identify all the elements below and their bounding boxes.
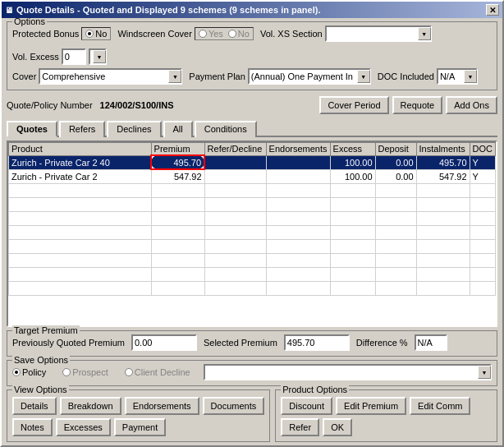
yes-label: Yes: [208, 29, 223, 39]
save-options-select[interactable]: [204, 364, 492, 380]
target-row: Previously Quoted Premium Selected Premi…: [12, 334, 492, 351]
radio-yes-ind: [199, 30, 207, 38]
close-button[interactable]: ✕: [486, 4, 499, 16]
protected-bonus-label: Protected Bonus: [12, 29, 79, 39]
excesses-button[interactable]: Excesses: [56, 418, 111, 436]
col-excess[interactable]: Excess: [330, 143, 375, 156]
save-prospect-radio[interactable]: Prospect: [62, 367, 108, 377]
vol-xs-select[interactable]: [325, 25, 432, 42]
cell-excess: 100.00: [330, 169, 375, 183]
table-row[interactable]: Zurich - Private Car 2 547.92 100.00 0.0…: [9, 169, 496, 183]
selected-premium-input[interactable]: [284, 334, 350, 351]
radio-client-decline: [125, 368, 133, 376]
main-window: 🖥 Quote Details - Quoted and Displayed 9…: [0, 0, 504, 447]
discount-button[interactable]: Discount: [281, 397, 332, 415]
protected-bonus-radio[interactable]: No: [81, 27, 111, 40]
product-buttons-row1: Discount Edit Premium Edit Comm: [281, 397, 492, 415]
title-bar: 🖥 Quote Details - Quoted and Displayed 9…: [2, 2, 502, 18]
cell-endorse: [266, 169, 330, 183]
ok-button[interactable]: OK: [323, 418, 352, 436]
cell-excess: 100.00: [330, 155, 375, 169]
doc-field: DOC Included N/A ▼: [378, 68, 478, 85]
options-row-1: Protected Bonus No Windscreen Cover: [12, 25, 492, 65]
target-premium-section: Target Premium Previously Quoted Premium…: [7, 330, 497, 357]
selected-premium-label: Selected Premium: [204, 338, 277, 348]
protected-bonus-field: Protected Bonus No: [12, 27, 111, 40]
difference-input[interactable]: [415, 334, 447, 351]
requote-button[interactable]: Requote: [392, 96, 443, 114]
vol-excess-input[interactable]: [62, 48, 86, 65]
tab-all[interactable]: All: [163, 121, 193, 137]
options-group: Options Protected Bonus No Windscreen Co…: [7, 21, 497, 90]
tab-declines[interactable]: Declines: [107, 121, 161, 137]
table-row-empty: [9, 239, 496, 253]
endorsements-button[interactable]: Endorsements: [125, 397, 199, 415]
tab-refers[interactable]: Refers: [59, 121, 105, 137]
vol-xs-field: Vol. XS Section ▼: [260, 25, 432, 42]
cover-field: Cover Comprehensive ▼: [12, 68, 182, 85]
quote-number-value: 124/002/S100/INS: [100, 100, 174, 110]
col-instalments[interactable]: Instalments: [416, 143, 470, 156]
save-options-select-wrapper: ▼: [204, 364, 492, 380]
windscreen-radio[interactable]: Yes No: [195, 27, 254, 40]
quote-number-label: Quote/Policy Number: [7, 100, 93, 110]
payment-wrapper: (Annual) One Payment In ▼: [248, 68, 371, 85]
options-group-title: Options: [12, 18, 47, 26]
no-label: No: [95, 29, 107, 39]
app-icon: 🖥: [5, 6, 13, 15]
table-row-empty: [9, 267, 496, 281]
prev-quoted-input[interactable]: [131, 334, 197, 351]
view-buttons-row1: Details Breakdown Endorsements Documents: [12, 397, 264, 415]
cell-refer: [204, 155, 266, 169]
payment-select[interactable]: (Annual) One Payment In: [248, 68, 371, 85]
edit-premium-button[interactable]: Edit Premium: [336, 397, 406, 415]
cover-select[interactable]: Comprehensive: [39, 68, 182, 85]
tab-bar: Quotes Refers Declines All Conditions: [7, 119, 497, 137]
col-deposit[interactable]: Deposit: [375, 143, 416, 156]
cover-period-button[interactable]: Cover Period: [319, 96, 388, 114]
breakdown-button[interactable]: Breakdown: [60, 397, 121, 415]
windscreen-no[interactable]: No: [228, 29, 250, 39]
product-options-title: Product Options: [281, 385, 349, 394]
details-button[interactable]: Details: [12, 397, 57, 415]
notes-button[interactable]: Notes: [12, 418, 53, 436]
product-buttons-row2: Refer OK: [281, 418, 492, 436]
quotes-table-container: Product Premium Refer/Decline Endorsemen…: [7, 141, 497, 327]
col-doc[interactable]: DOC: [470, 143, 495, 156]
prev-quoted-label: Previously Quoted Premium: [12, 338, 125, 348]
col-endorsements[interactable]: Endorsements: [266, 143, 330, 156]
options-row-2: Cover Comprehensive ▼ Payment Plan (Annu…: [12, 68, 492, 85]
refer-button[interactable]: Refer: [281, 418, 319, 436]
doc-select[interactable]: N/A: [437, 68, 478, 85]
col-premium[interactable]: Premium: [151, 143, 204, 156]
tab-quotes[interactable]: Quotes: [7, 121, 57, 137]
documents-button[interactable]: Documents: [203, 397, 265, 415]
col-refer[interactable]: Refer/Decline: [204, 143, 266, 156]
payment-button[interactable]: Payment: [114, 418, 166, 436]
payment-plan-label: Payment Plan: [189, 71, 245, 81]
protected-bonus-no[interactable]: No: [85, 29, 107, 39]
save-policy-radio[interactable]: Policy: [12, 367, 46, 377]
cover-label: Cover: [12, 71, 36, 81]
view-options-title: View Options: [12, 385, 69, 394]
table-row-empty: [9, 197, 496, 211]
vol-xs-label: Vol. XS Section: [260, 29, 323, 39]
cell-product: Zurich - Private Car 2: [9, 169, 152, 183]
radio-no-indicator: [85, 30, 94, 38]
cell-deposit: 0.00: [375, 155, 416, 169]
cell-install: 495.70: [416, 155, 470, 169]
product-options-section: Product Options Discount Edit Premium Ed…: [275, 389, 497, 442]
windscreen-yes[interactable]: Yes: [199, 29, 223, 39]
bottom-panels: View Options Details Breakdown Endorseme…: [7, 389, 497, 442]
vol-excess-select[interactable]: [89, 48, 107, 65]
col-product[interactable]: Product: [9, 143, 152, 156]
table-row[interactable]: Zurich - Private Car 2 40 495.70 100.00 …: [9, 155, 496, 169]
edit-comm-button[interactable]: Edit Comm: [410, 397, 470, 415]
cell-premium: 547.92: [151, 169, 204, 183]
quotes-table: Product Premium Refer/Decline Endorsemen…: [8, 142, 496, 296]
target-premium-title: Target Premium: [12, 325, 80, 335]
add-ons-button[interactable]: Add Ons: [446, 96, 497, 114]
save-client-decline-radio[interactable]: Client Decline: [125, 367, 190, 377]
tab-conditions[interactable]: Conditions: [195, 121, 257, 137]
no-label2: No: [238, 29, 250, 39]
